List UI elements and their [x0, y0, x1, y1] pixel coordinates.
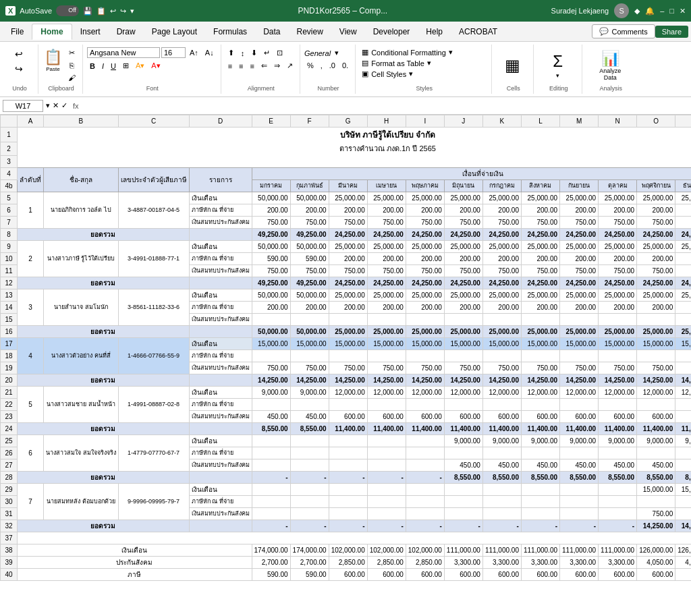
row-number: 39: [1, 556, 18, 568]
align-middle-btn[interactable]: ↕: [238, 47, 248, 59]
row-number: 38: [1, 544, 18, 556]
autosave-toggle[interactable]: [56, 5, 79, 16]
cell-type: ภาษีหัก ณ ที่จ่าย: [189, 447, 252, 459]
user-avatar: S: [614, 3, 629, 18]
comments-button[interactable]: 💬 Comments: [592, 24, 655, 38]
row-number: 4: [1, 167, 18, 179]
editing-group: Σ ▾ Editing: [535, 45, 582, 94]
title-bar-right: Suradej Lekjaeng S ◆ 🔔 – □ ✕: [551, 3, 686, 18]
row-number: 20: [1, 374, 18, 386]
close-btn[interactable]: ✕: [680, 7, 686, 16]
cell-id-4: 1-4666-07766-55-9: [118, 337, 189, 374]
merge-btn[interactable]: ⊡: [274, 47, 285, 59]
toolbar-backup-icon[interactable]: 📋: [96, 7, 106, 16]
redo-btn[interactable]: ↪: [4, 62, 34, 76]
align-right-btn[interactable]: ≡: [248, 60, 257, 72]
undo-btn[interactable]: ↩: [4, 47, 34, 61]
excel-icon: X: [5, 6, 16, 16]
font-color-btn[interactable]: A▾: [148, 60, 163, 72]
tab-data[interactable]: Data: [255, 24, 288, 39]
cell-styles-btn[interactable]: ▣ Cell Styles ▾: [360, 69, 487, 79]
row-number: 5: [1, 192, 18, 204]
toolbar-save-icon[interactable]: 💾: [83, 7, 92, 16]
cell-val: 50,000.00: [252, 192, 290, 204]
fx-label[interactable]: fx: [70, 102, 82, 110]
number-format-dropdown[interactable]: ▾: [332, 47, 341, 59]
col-header-n: N: [599, 115, 637, 128]
cell-reference[interactable]: [3, 100, 43, 112]
tab-home[interactable]: Home: [32, 24, 72, 40]
increase-font-btn[interactable]: A↑: [187, 47, 201, 58]
confirm-icon[interactable]: ✓: [61, 101, 67, 110]
table-row: 29 7 นายสมทหลัง ต้อมบอกด้วย 9-9996-09995…: [1, 483, 692, 495]
diamond-icon[interactable]: ◆: [634, 7, 640, 16]
conditional-formatting-icon: ▦: [362, 48, 368, 57]
tab-formulas[interactable]: Formulas: [205, 24, 255, 39]
indent-inc-btn[interactable]: ⇒: [271, 60, 283, 72]
bold-btn[interactable]: B: [87, 61, 98, 72]
align-left-btn[interactable]: ≡: [225, 60, 235, 72]
minimize-btn[interactable]: –: [660, 7, 664, 15]
row-number: 4b: [1, 179, 18, 192]
font-size-input[interactable]: [161, 47, 186, 58]
indent-dec-btn[interactable]: ⇐: [258, 60, 270, 72]
comma-btn[interactable]: ,: [318, 60, 325, 71]
tab-view[interactable]: View: [331, 24, 365, 39]
row-number: 23: [1, 410, 18, 422]
cancel-icon[interactable]: ✕: [53, 101, 59, 110]
align-center-btn[interactable]: ≡: [236, 60, 246, 72]
tab-review[interactable]: Review: [288, 24, 331, 39]
maximize-btn[interactable]: □: [669, 7, 674, 15]
format-painter-btn[interactable]: 🖌: [65, 72, 78, 83]
tab-page-layout[interactable]: Page Layout: [144, 24, 205, 39]
cut-btn[interactable]: ✂: [65, 47, 78, 59]
tab-file[interactable]: File: [3, 24, 32, 39]
fill-color-btn[interactable]: A▾: [133, 60, 147, 72]
format-as-table-btn[interactable]: ▤ Format as Table ▾: [360, 58, 487, 68]
tab-developer[interactable]: Developer: [365, 24, 418, 39]
copy-btn[interactable]: ⎘: [65, 60, 78, 71]
conditional-formatting-btn[interactable]: ▦ Conditional Formatting ▾: [360, 47, 487, 57]
table-row: 12 ยอดรวม 49,250.0049,250.0024,250.0024,…: [1, 277, 692, 289]
italic-btn[interactable]: I: [99, 61, 107, 72]
tab-draw[interactable]: Draw: [109, 24, 144, 39]
font-name-input[interactable]: [87, 47, 160, 58]
table-row: 5 1 นายอภิกิจการ วอล์ต ไป 3-4887-00187-0…: [1, 192, 692, 204]
row-number: 18: [1, 349, 18, 362]
row-number: 32: [1, 520, 18, 532]
share-button[interactable]: Share: [655, 26, 688, 38]
orient-btn[interactable]: ↗: [284, 60, 296, 72]
toolbar-undo-icon[interactable]: ↩: [110, 7, 116, 16]
tab-insert[interactable]: Insert: [72, 24, 109, 39]
wrap-text-btn[interactable]: ↵: [261, 47, 273, 59]
alignment-group: ⬆ ↕ ⬇ ↵ ⊡ ≡ ≡ ≡ ⇐ ⇒ ↗ Alignment: [223, 45, 300, 94]
summary-tax-label: ภาษี: [18, 568, 252, 580]
percent-btn[interactable]: %: [304, 60, 316, 71]
autosave-toggle-pill[interactable]: [56, 5, 79, 16]
tab-acrobat[interactable]: ACROBAT: [451, 24, 505, 39]
expand-icon[interactable]: ▾: [46, 101, 50, 110]
decrease-font-btn[interactable]: A↓: [202, 47, 217, 58]
paste-btn[interactable]: 📋 Paste: [43, 47, 63, 83]
table-row: 38 เงินเดือน 174,000.00174,000.00102,000…: [1, 544, 692, 556]
align-top-btn[interactable]: ⬆: [225, 47, 237, 59]
cell-type: เงินสมทบประกันสังคม: [189, 264, 252, 277]
title-bar: X AutoSave 💾 📋 ↩ ↪ ▾ PND1Kor2565 – Comp.…: [0, 0, 691, 22]
bell-icon[interactable]: 🔔: [645, 7, 655, 16]
formula-input[interactable]: [84, 102, 688, 110]
align-bottom-btn[interactable]: ⬇: [248, 47, 260, 59]
toolbar-redo-icon[interactable]: ↪: [120, 7, 126, 16]
border-btn[interactable]: ⊞: [120, 60, 132, 72]
row-number: 14: [1, 301, 18, 313]
underline-btn[interactable]: U: [108, 61, 119, 72]
analyze-data-icon[interactable]: 📊: [601, 50, 619, 67]
increase-decimal-btn[interactable]: .0: [327, 60, 338, 71]
number-format-label: General: [304, 49, 331, 57]
decrease-decimal-btn[interactable]: 0.: [339, 60, 351, 71]
cell-type: ภาษีหัก ณ ที่จ่าย: [189, 204, 252, 216]
spreadsheet[interactable]: A B C D E F G H I J K L M N O P Q: [0, 115, 691, 616]
cell-type: เงินสมทบประกันสังคม: [189, 410, 252, 422]
tab-help[interactable]: Help: [418, 24, 451, 39]
cells-icon: ▦: [505, 56, 520, 75]
row-number: 37: [1, 532, 18, 544]
